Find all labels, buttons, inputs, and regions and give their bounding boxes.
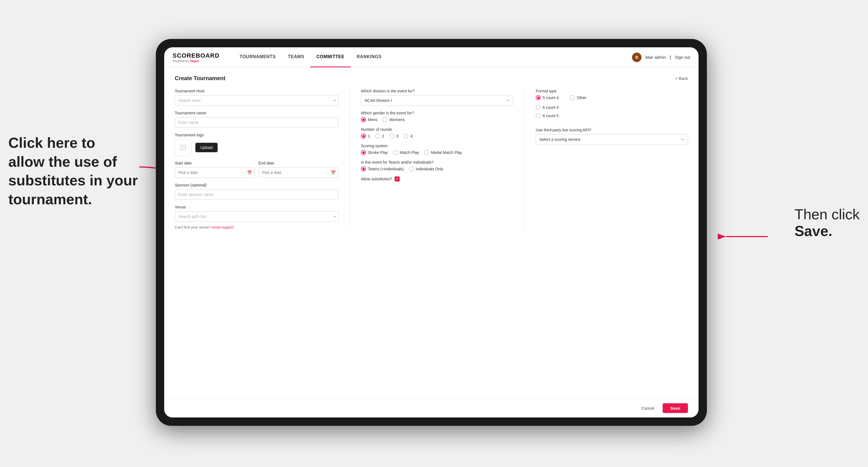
- match-play-radio[interactable]: [393, 150, 398, 155]
- tournament-logo-label: Tournament logo: [175, 133, 338, 137]
- nav-item-rankings[interactable]: RANKINGS: [351, 47, 388, 67]
- venue-label: Venue: [175, 205, 338, 209]
- format-type-list: 6 count 4 6 count 5: [536, 105, 688, 118]
- format-6count5-radio[interactable]: [536, 113, 541, 118]
- sponsor-input[interactable]: [175, 189, 338, 200]
- nav-separator: |: [670, 55, 671, 60]
- rounds-4-option[interactable]: 4: [403, 133, 412, 138]
- nav-items: TOURNAMENTS TEAMS COMMITTEE RANKINGS: [234, 47, 632, 67]
- format-other-radio[interactable]: [570, 95, 575, 100]
- logo-clippd: clippd: [189, 59, 198, 63]
- gender-womens-radio[interactable]: [382, 117, 388, 122]
- sponsor-label: Sponsor (optional): [175, 183, 338, 187]
- tournament-logo-group: Tournament logo Upload: [175, 133, 338, 156]
- annotation-left-text: Click here toallow the use ofsubstitutes…: [8, 135, 138, 207]
- allow-substitutes-label: Allow substitutes?: [361, 177, 392, 181]
- gender-womens-option[interactable]: Womens: [382, 117, 405, 122]
- match-play-option[interactable]: Match Play: [393, 150, 419, 155]
- stroke-play-option[interactable]: Stroke Play: [361, 150, 388, 155]
- scoring-system-label: Scoring system: [361, 144, 513, 148]
- gender-mens-radio[interactable]: [361, 117, 366, 122]
- start-date-input[interactable]: [175, 167, 255, 178]
- rounds-1-label: 1: [368, 134, 370, 138]
- end-date-icon: 📅: [331, 170, 336, 175]
- back-button[interactable]: < Back: [675, 76, 688, 81]
- tablet-device: SCOREBOARD Powered by clippd TOURNAMENTS…: [156, 39, 707, 426]
- cancel-button[interactable]: Cancel: [637, 404, 659, 413]
- scoring-system-radio-group: Stroke Play Match Play Medal Match Play: [361, 150, 513, 155]
- rounds-3-option[interactable]: 3: [389, 133, 399, 138]
- date-row: Start date 📅 End date 📅: [175, 161, 338, 178]
- nav-right: B blair admin | Sign out: [632, 53, 690, 62]
- teams-plus-individuals-label: Teams (+Individuals): [368, 167, 404, 171]
- teams-individuals-group: Is this event for Teams and/or Individua…: [361, 160, 513, 172]
- user-avatar: B: [632, 53, 642, 62]
- teams-individuals-label: Is this event for Teams and/or Individua…: [361, 160, 513, 164]
- venue-email-support[interactable]: email support: [212, 225, 234, 229]
- format-6count5-option[interactable]: 6 count 5: [536, 113, 688, 118]
- scoring-system-group: Scoring system Stroke Play Match Play: [361, 144, 513, 155]
- teams-individuals-radio-group: Teams (+Individuals) Individuals Only: [361, 166, 513, 172]
- stroke-play-radio[interactable]: [361, 150, 366, 155]
- allow-substitutes-checkbox[interactable]: [395, 177, 400, 182]
- individuals-only-label: Individuals Only: [416, 167, 443, 171]
- rounds-1-radio[interactable]: [361, 133, 366, 138]
- arrow-right: [718, 228, 773, 245]
- logo-powered: Powered by clippd: [173, 59, 220, 63]
- gender-womens-label: Womens: [389, 118, 405, 122]
- division-group: Which division is the event for? NCAA Di…: [361, 89, 513, 106]
- division-select[interactable]: NCAA Division I: [361, 95, 513, 106]
- nav-item-committee[interactable]: COMMITTEE: [310, 47, 351, 67]
- scoring-api-label: Use third-party live scoring API?: [536, 128, 688, 132]
- rounds-4-radio[interactable]: [403, 133, 408, 138]
- medal-match-play-option[interactable]: Medal Match Play: [424, 150, 462, 155]
- nav-item-tournaments[interactable]: TOURNAMENTS: [234, 47, 282, 67]
- rounds-3-radio[interactable]: [389, 133, 394, 138]
- start-date-icon: 📅: [247, 170, 252, 175]
- rounds-2-radio[interactable]: [375, 133, 380, 138]
- division-label: Which division is the event for?: [361, 89, 513, 93]
- annotation-right: Then clickSave.: [795, 206, 860, 239]
- rounds-3-label: 3: [396, 134, 399, 138]
- format-5count4-radio[interactable]: [536, 95, 541, 100]
- rounds-1-option[interactable]: 1: [361, 133, 370, 138]
- start-date-wrapper: 📅: [175, 167, 255, 178]
- end-date-wrapper: 📅: [258, 167, 338, 178]
- scoring-api-select[interactable]: Select a scoring service: [536, 134, 688, 145]
- venue-input[interactable]: [175, 211, 338, 222]
- svg-point-3: [182, 146, 183, 147]
- logo-scoreboard: SCOREBOARD: [173, 52, 220, 59]
- allow-substitutes-checkbox-group: Allow substitutes?: [361, 177, 513, 182]
- format-other-option[interactable]: Other: [570, 95, 587, 100]
- format-type-group: Format type 5 count 4 Other: [536, 89, 688, 118]
- nav-user-name: blair admin: [645, 55, 666, 60]
- annotation-left: Click here toallow the use ofsubstitutes…: [8, 133, 138, 209]
- tournament-name-label: Tournament name: [175, 111, 338, 115]
- tournament-name-input[interactable]: [175, 117, 338, 128]
- nav-signout[interactable]: Sign out: [675, 55, 690, 60]
- upload-button[interactable]: Upload: [195, 143, 218, 152]
- rounds-2-option[interactable]: 2: [375, 133, 384, 138]
- form-right-section: Format type 5 count 4 Other: [524, 89, 688, 229]
- page-header: Create Tournament < Back: [175, 75, 688, 82]
- individuals-only-radio[interactable]: [409, 166, 414, 172]
- teams-plus-individuals-radio[interactable]: [361, 166, 366, 172]
- format-5count4-option[interactable]: 5 count 4: [536, 95, 559, 100]
- sponsor-group: Sponsor (optional): [175, 183, 338, 200]
- format-6count4-label: 6 count 4: [543, 105, 559, 110]
- format-6count5-label: 6 count 5: [543, 114, 559, 118]
- format-6count4-radio[interactable]: [536, 105, 541, 110]
- save-button[interactable]: Save: [662, 403, 688, 413]
- content-area: Create Tournament < Back Tournament Host…: [164, 67, 699, 399]
- individuals-only-option[interactable]: Individuals Only: [409, 166, 443, 172]
- gender-mens-label: Mens: [368, 118, 377, 122]
- form-layout: Tournament Host ▾ Tournament name Tourna: [175, 89, 688, 229]
- nav-item-teams[interactable]: TEAMS: [282, 47, 311, 67]
- gender-group: Which gender is the event for? Mens Wome…: [361, 111, 513, 122]
- tournament-host-input[interactable]: [175, 95, 338, 106]
- teams-plus-individuals-option[interactable]: Teams (+Individuals): [361, 166, 404, 172]
- end-date-input[interactable]: [258, 167, 338, 178]
- format-6count4-option[interactable]: 6 count 4: [536, 105, 688, 110]
- gender-mens-option[interactable]: Mens: [361, 117, 377, 122]
- medal-match-play-radio[interactable]: [424, 150, 429, 155]
